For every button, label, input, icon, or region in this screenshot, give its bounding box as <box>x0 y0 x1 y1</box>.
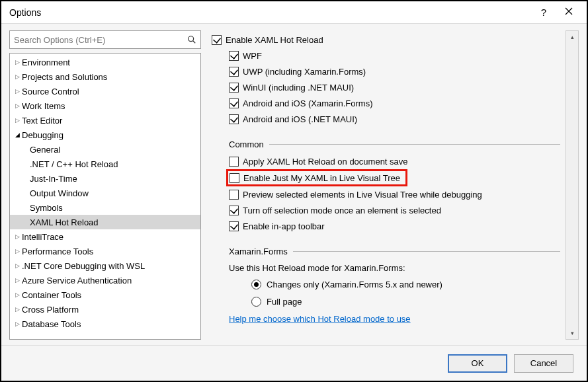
divider <box>293 251 560 252</box>
tree-item-source-control[interactable]: ▷Source Control <box>10 84 200 98</box>
tree-item-work-items[interactable]: ▷Work Items <box>10 98 200 113</box>
tree-item-container-tools[interactable]: ▷Container Tools <box>10 287 200 302</box>
tree-item-environment[interactable]: ▷Environment <box>10 55 200 69</box>
radio-full-page-row: Full page <box>251 293 560 310</box>
enable-inapp-toolbar-row: Enable in-app toolbar <box>229 218 560 234</box>
tree-item-general[interactable]: General <box>10 142 200 157</box>
platform-winui-checkbox[interactable] <box>229 83 239 93</box>
chevron-right-icon: ▷ <box>13 232 22 241</box>
options-tree[interactable]: ▷Environment ▷Projects and Solutions ▷So… <box>9 53 201 340</box>
tree-item-jit[interactable]: Just-In-Time <box>10 171 200 186</box>
platform-android-ios-maui-checkbox[interactable] <box>229 114 239 124</box>
dialog-footer: OK Cancel <box>1 345 587 381</box>
divider <box>269 144 560 145</box>
svg-line-1 <box>193 41 196 44</box>
xamarin-radio-group: Changes only (Xamarin.Forms 5.x and newe… <box>251 276 560 310</box>
tree-item-performance-tools[interactable]: ▷Performance Tools <box>10 244 200 258</box>
settings-panel: Enable XAML Hot Reload WPF UWP (includin… <box>210 30 579 340</box>
xamarin-section-header: Xamarin.Forms <box>229 245 560 258</box>
chevron-right-icon: ▷ <box>13 72 22 81</box>
platform-android-ios-xf-checkbox[interactable] <box>229 98 239 108</box>
tree-item-database-tools[interactable]: ▷Database Tools <box>10 317 200 331</box>
platform-wpf-row: WPF <box>229 48 560 63</box>
tree-item-netcore-wsl[interactable]: ▷.NET Core Debugging with WSL <box>10 258 200 273</box>
chevron-right-icon: ▷ <box>13 101 22 110</box>
platform-uwp-row: UWP (including Xamarin.Forms) <box>229 63 560 79</box>
tree-item-symbols[interactable]: Symbols <box>10 200 200 215</box>
chevron-right-icon: ▷ <box>13 87 22 96</box>
apply-on-save-checkbox[interactable] <box>229 157 239 167</box>
tree-item-output-window[interactable]: Output Window <box>10 186 200 200</box>
help-icon: ? <box>541 7 546 18</box>
xamarin-desc: Use this Hot Reload mode for Xamarin.For… <box>229 260 560 276</box>
scroll-up-icon[interactable]: ▴ <box>566 31 578 43</box>
settings-scroll: Enable XAML Hot Reload WPF UWP (includin… <box>210 30 566 340</box>
settings-scrollbar[interactable]: ▴ ▾ <box>566 30 579 340</box>
close-icon <box>565 7 573 17</box>
search-input[interactable] <box>14 35 186 45</box>
turn-off-selection-checkbox[interactable] <box>229 206 239 215</box>
platform-wpf-checkbox[interactable] <box>229 51 239 61</box>
turn-off-selection-row: Turn off selection mode once an element … <box>229 202 560 218</box>
chevron-right-icon: ▷ <box>13 305 22 314</box>
preview-selected-checkbox[interactable] <box>229 190 239 200</box>
tree-item-projects[interactable]: ▷Projects and Solutions <box>10 69 200 84</box>
chevron-right-icon: ▷ <box>13 116 22 125</box>
cancel-button[interactable]: Cancel <box>514 354 573 373</box>
tree-item-text-editor[interactable]: ▷Text Editor <box>10 113 200 128</box>
enable-xaml-hot-reload-label: Enable XAML Hot Reload <box>226 35 323 45</box>
radio-changes-only-row: Changes only (Xamarin.Forms 5.x and newe… <box>251 276 560 293</box>
help-link-row: Help me choose which Hot Reload mode to … <box>229 310 560 324</box>
search-icon <box>186 34 198 46</box>
platform-android-ios-maui-row: Android and iOS (.NET MAUI) <box>229 111 560 127</box>
tree-item-net-cpp-hot-reload[interactable]: .NET / C++ Hot Reload <box>10 157 200 171</box>
left-panel: ▷Environment ▷Projects and Solutions ▷So… <box>9 30 201 340</box>
options-dialog: Options ? ▷Environment ▷Projects and Sol… <box>0 0 588 382</box>
enable-inapp-toolbar-checkbox[interactable] <box>229 221 239 231</box>
close-button[interactable] <box>556 3 581 22</box>
dialog-body: ▷Environment ▷Projects and Solutions ▷So… <box>1 24 587 345</box>
chevron-right-icon: ▷ <box>13 319 22 328</box>
tree-item-xaml-hot-reload[interactable]: XAML Hot Reload <box>10 215 200 229</box>
ok-button[interactable]: OK <box>448 354 507 373</box>
radio-full-page[interactable] <box>251 297 261 307</box>
tree-item-intellitrace[interactable]: ▷IntelliTrace <box>10 229 200 244</box>
help-button[interactable]: ? <box>531 3 556 22</box>
search-box[interactable] <box>9 30 201 49</box>
common-section-header: Common <box>229 137 560 151</box>
radio-changes-only[interactable] <box>251 280 261 289</box>
chevron-right-icon: ▷ <box>13 290 22 299</box>
svg-point-0 <box>189 36 194 42</box>
tree-item-cross-platform[interactable]: ▷Cross Platform <box>10 302 200 317</box>
enable-xaml-hot-reload-row: Enable XAML Hot Reload <box>212 32 560 48</box>
chevron-right-icon: ▷ <box>13 261 22 270</box>
tree-item-debugging[interactable]: ◢Debugging <box>10 128 200 142</box>
titlebar: Options ? <box>1 1 587 24</box>
scroll-down-icon[interactable]: ▾ <box>566 327 578 339</box>
chevron-down-icon: ◢ <box>13 130 22 139</box>
window-title: Options <box>9 7 531 18</box>
chevron-right-icon: ▷ <box>13 247 22 256</box>
just-my-xaml-checkbox[interactable] <box>230 173 239 183</box>
chevron-right-icon: ▷ <box>13 276 22 285</box>
apply-on-save-row: Apply XAML Hot Reload on document save <box>229 153 560 169</box>
chevron-right-icon: ▷ <box>13 57 22 67</box>
enable-xaml-hot-reload-checkbox[interactable] <box>212 35 222 45</box>
platform-winui-row: WinUI (including .NET MAUI) <box>229 79 560 95</box>
tree-item-azure-auth[interactable]: ▷Azure Service Authentication <box>10 273 200 287</box>
help-link[interactable]: Help me choose which Hot Reload mode to … <box>229 314 411 324</box>
platform-android-ios-xf-row: Android and iOS (Xamarin.Forms) <box>229 95 560 111</box>
just-my-xaml-highlight: Enable Just My XAML in Live Visual Tree <box>226 169 407 186</box>
platform-uwp-checkbox[interactable] <box>229 67 239 77</box>
preview-selected-row: Preview selected elements in Live Visual… <box>229 186 560 202</box>
